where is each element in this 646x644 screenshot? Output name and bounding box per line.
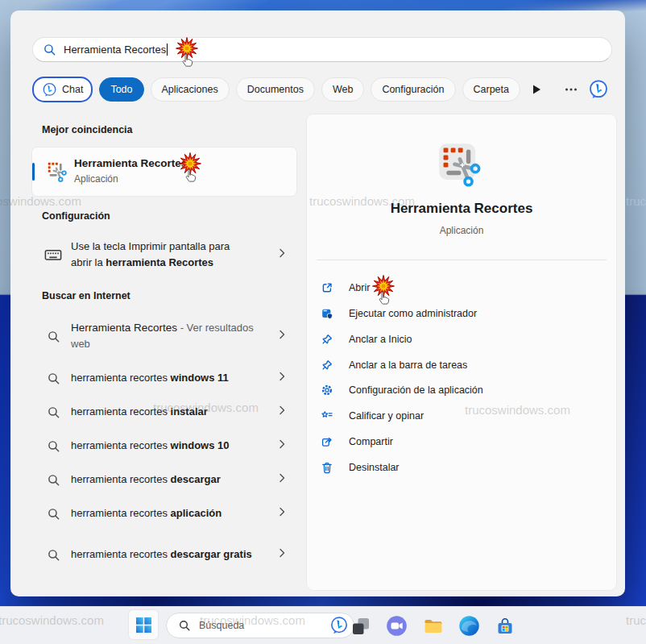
action-uninstall[interactable]: Desinstalar: [320, 455, 603, 480]
web-result-item[interactable]: herramienta recortes descargar gratis: [32, 534, 296, 575]
tabs-scroll-right-button[interactable]: [527, 79, 548, 100]
chat-button[interactable]: [386, 615, 408, 637]
ellipsis-icon: [565, 87, 578, 92]
tab-carpeta[interactable]: Carpeta: [462, 77, 520, 102]
tab-configuracion[interactable]: Configuración: [371, 77, 455, 102]
best-match-title: Herramienta Recortes: [74, 157, 187, 169]
tab-label: Todo: [110, 84, 132, 95]
search-icon: [47, 330, 60, 343]
search-input[interactable]: Herramienta Recortes: [32, 37, 612, 62]
tab-documentos[interactable]: Documentos: [236, 77, 315, 102]
web-result-item[interactable]: herramienta recortes aplicación: [32, 497, 296, 530]
snipping-tool-icon: [45, 160, 69, 184]
text-caret: [167, 44, 168, 56]
edge-icon: [458, 615, 480, 637]
divider: [317, 260, 607, 260]
tab-web[interactable]: Web: [321, 77, 364, 102]
task-view-icon: [350, 616, 371, 637]
chevron-right-icon: [275, 505, 288, 518]
web-result-item[interactable]: Herramienta Recortes - Ver resultados we…: [32, 316, 296, 356]
tab-label: Aplicaciones: [162, 84, 218, 95]
share-icon: [321, 435, 333, 448]
search-icon: [47, 548, 60, 562]
task-view-button[interactable]: [350, 615, 371, 637]
taskbar-search-placeholder: Búsqueda: [199, 620, 329, 631]
windows-logo-icon: [136, 617, 151, 633]
action-label: Calificar y opinar: [349, 410, 424, 422]
run-as-admin-icon: [321, 307, 333, 320]
chevron-right-icon: [275, 328, 288, 341]
action-app-settings[interactable]: Configuración de la aplicación: [320, 377, 603, 403]
gear-icon: [321, 384, 333, 397]
settings-heading: Configuración: [42, 210, 110, 222]
chat-icon: [386, 615, 408, 637]
bing-icon: [329, 616, 349, 635]
search-icon: [47, 405, 60, 419]
pin-icon: [321, 359, 333, 372]
chevron-right-icon: [275, 247, 288, 260]
snipping-tool-icon: [437, 142, 486, 192]
tab-label: Configuración: [382, 84, 444, 95]
tab-chat[interactable]: Chat: [32, 77, 93, 102]
taskbar-search-box[interactable]: Búsqueda: [166, 613, 354, 638]
bing-icon: [588, 79, 609, 100]
tab-label: Web: [333, 84, 353, 95]
chevron-right-icon: [275, 546, 288, 559]
chevron-right-icon: [275, 438, 288, 451]
action-label: Configuración de la aplicación: [349, 384, 483, 396]
start-button[interactable]: [129, 610, 158, 639]
action-pin-to-start[interactable]: Anclar a Inicio: [320, 326, 603, 352]
tab-label: Carpeta: [474, 84, 509, 95]
app-detail-panel: Herramienta Recortes Aplicación Abrir Ej…: [307, 114, 616, 590]
best-match-heading: Mejor coincidencia: [42, 124, 133, 135]
action-label: Compartir: [349, 436, 393, 447]
tab-aplicaciones[interactable]: Aplicaciones: [151, 77, 230, 102]
action-open[interactable]: Abrir: [320, 275, 603, 301]
search-icon: [47, 507, 60, 521]
action-label: Ejecutar como administrador: [349, 308, 477, 319]
best-match-item[interactable]: Herramienta Recortes Aplicación: [32, 147, 296, 196]
watermark: trucoswindows.com: [0, 613, 104, 627]
pin-icon: [321, 333, 333, 346]
action-pin-to-taskbar[interactable]: Anclar a la barra de tareas: [320, 352, 603, 378]
action-label: Desinstalar: [349, 462, 400, 473]
search-icon: [47, 372, 60, 385]
play-arrow-icon: [533, 85, 541, 94]
action-label: Anclar a Inicio: [349, 334, 412, 345]
store-button[interactable]: [494, 615, 516, 637]
search-icon: [43, 43, 56, 56]
edge-button[interactable]: [458, 615, 480, 637]
chevron-right-icon: [275, 370, 288, 383]
keyboard-icon: [44, 246, 62, 264]
best-match-type: Aplicación: [74, 173, 118, 185]
search-icon: [47, 473, 60, 487]
action-label: Abrir: [349, 282, 370, 293]
action-label: Anclar a la barra de tareas: [349, 359, 467, 371]
open-external-icon: [321, 281, 333, 294]
tab-label: Documentos: [247, 84, 304, 95]
action-share[interactable]: Compartir: [320, 429, 603, 455]
file-explorer-button[interactable]: [422, 615, 444, 637]
action-rate-review[interactable]: Calificar y opinar: [320, 403, 603, 429]
settings-item-text: Use la tecla Imprimir pantalla para abri…: [71, 239, 266, 271]
tab-todo[interactable]: Todo: [99, 77, 143, 102]
search-icon: [178, 619, 191, 632]
file-explorer-icon: [423, 616, 444, 637]
action-run-as-admin[interactable]: Ejecutar como administrador: [320, 301, 603, 326]
chevron-right-icon: [275, 404, 288, 417]
bing-chat-button[interactable]: [588, 79, 609, 100]
chevron-right-icon: [275, 472, 288, 484]
web-result-item[interactable]: herramienta recortes windows 11: [32, 361, 296, 395]
store-icon: [495, 616, 516, 637]
app-type: Aplicación: [307, 225, 616, 236]
web-result-item[interactable]: herramienta recortes instalar: [32, 395, 296, 429]
web-result-item[interactable]: herramienta recortes windows 10: [32, 429, 296, 463]
app-name: Herramienta Recortes: [307, 201, 616, 217]
web-result-item[interactable]: herramienta recortes descargar: [32, 463, 296, 497]
taskbar: Búsqueda: [0, 606, 646, 644]
tab-label: Chat: [62, 84, 83, 95]
bing-icon: [42, 82, 57, 98]
settings-print-screen-item[interactable]: Use la tecla Imprimir pantalla para abri…: [32, 232, 296, 277]
more-options-button[interactable]: [561, 79, 582, 100]
search-icon: [47, 439, 60, 453]
